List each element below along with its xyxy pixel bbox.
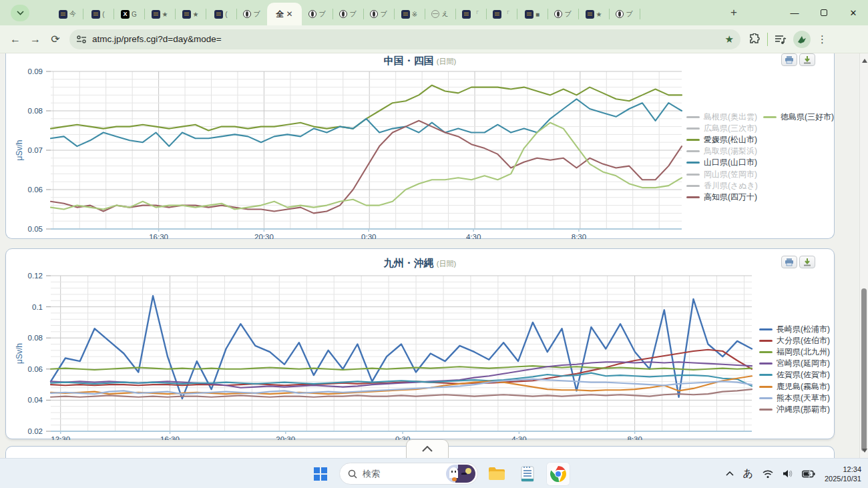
taskbar: 検索 あ (0, 458, 868, 488)
site-favicon (462, 10, 471, 19)
chrome-button[interactable] (546, 462, 570, 486)
legend-item[interactable]: 鳥取県(湯梨浜) (686, 146, 757, 157)
legend-item[interactable]: 熊本県(天草市) (759, 393, 830, 403)
browser-tab[interactable]: ( (83, 3, 114, 25)
browser-tab-active[interactable]: 全✕ (267, 3, 302, 25)
browser-tab[interactable]: ■ (517, 3, 548, 25)
legend-swatch (759, 340, 773, 342)
legend-item[interactable]: 大分県(佐伯市) (759, 335, 830, 346)
browser-tab[interactable]: ★ (175, 3, 206, 25)
legend-label: 佐賀県(佐賀市) (777, 369, 830, 381)
url-bar[interactable]: atmc.jp/prefs.cgi?d=day&mode= ★ (69, 29, 740, 49)
reload-button[interactable]: ⟳ (45, 29, 65, 49)
browser-tab[interactable]: ※ (394, 3, 425, 25)
legend-item[interactable]: 福岡県(北九州) (759, 346, 830, 357)
tray-date: 2025/10/31 (825, 474, 861, 483)
browser-tab[interactable]: ★ (578, 3, 609, 25)
volume-icon[interactable] (783, 469, 793, 478)
tab-title: ブ (318, 9, 325, 19)
scroll-top-button[interactable] (406, 439, 449, 458)
legend-swatch (686, 128, 700, 130)
browser-tab[interactable]: 「 (455, 3, 486, 25)
legend-swatch (686, 116, 700, 118)
browser-tab[interactable]: XG (114, 3, 144, 25)
minimize-button[interactable]: — (780, 0, 809, 25)
tray-clock[interactable]: 12:34 2025/10/31 (825, 465, 861, 483)
globe-favicon (431, 10, 439, 18)
battery-icon[interactable] (802, 470, 815, 478)
legend-item[interactable]: 岡山県(笠岡市) (686, 169, 757, 180)
legend-item[interactable]: 鹿児島(霧島市) (759, 381, 830, 392)
x-logo-favicon: X (121, 10, 130, 19)
legend-swatch (759, 386, 773, 388)
tray-chevron-up-icon[interactable] (726, 471, 734, 476)
taskbar-search-box[interactable]: 検索 (339, 463, 478, 485)
tab-title: ※ (412, 11, 417, 18)
start-button[interactable] (308, 462, 333, 486)
avatar-bird-icon (796, 33, 808, 45)
legend-item[interactable]: 徳島県(三好市) (763, 111, 834, 122)
legend-item[interactable]: 愛媛県(松山市) (686, 134, 757, 145)
browser-tab[interactable]: 今 (52, 3, 83, 25)
scrollbar-thumb[interactable] (861, 288, 867, 451)
legend-swatch (759, 328, 773, 330)
windows-logo-icon (314, 467, 327, 481)
forward-button[interactable]: → (25, 29, 45, 49)
scrollbar-down-arrow[interactable] (862, 449, 867, 453)
legend-item[interactable]: 宮崎県(延岡市) (759, 358, 830, 369)
site-favicon (91, 10, 100, 19)
extensions-icon[interactable] (748, 33, 761, 45)
legend-item[interactable]: 沖縄県(那覇市) (759, 404, 830, 415)
profile-avatar[interactable] (793, 31, 811, 48)
page-scrollbar[interactable] (859, 53, 868, 458)
back-button[interactable]: ← (5, 29, 25, 49)
toolbar-right: ⋮ (748, 31, 827, 48)
legend-item[interactable]: 島根県(奥出雲) (686, 111, 757, 122)
legend-item[interactable]: 長崎県(松浦市) (759, 324, 830, 334)
browser-tab[interactable]: ブ (363, 3, 394, 25)
browser-tab[interactable]: 「 (486, 3, 517, 25)
file-explorer-button[interactable] (485, 462, 509, 486)
notepad-button[interactable] (515, 462, 539, 486)
legend-label: 大分県(佐伯市) (777, 335, 830, 346)
bookmark-star-icon[interactable]: ★ (725, 33, 734, 45)
browser-tab[interactable]: ブ (333, 3, 363, 25)
legend-swatch (759, 374, 773, 376)
browser-tab[interactable]: ブ (609, 3, 640, 25)
legend-swatch (686, 185, 700, 187)
new-tab-button[interactable]: + (725, 4, 742, 21)
tab-search-button[interactable] (11, 5, 29, 21)
maximize-icon (821, 9, 827, 16)
site-info-icon[interactable] (76, 35, 87, 44)
chevron-down-icon (17, 11, 24, 15)
browser-tab[interactable]: ( (206, 3, 236, 25)
legend-item[interactable]: 山口県(山口市) (686, 158, 757, 168)
browser-tab[interactable]: ブ (548, 3, 578, 25)
media-controls-icon[interactable] (775, 34, 787, 45)
legend-item[interactable]: 高知県(四万十) (686, 192, 757, 202)
close-button[interactable]: ✕ (839, 0, 868, 25)
chrome-icon (550, 465, 567, 483)
browser-tab[interactable]: ★ (144, 3, 175, 25)
browser-tab[interactable]: ブ (236, 3, 267, 25)
legend-item[interactable]: 香川県(さぬき) (686, 180, 758, 191)
legend-item[interactable]: 広島県(三次市) (686, 123, 757, 134)
search-highlight-image[interactable] (446, 465, 475, 483)
tab-title: ★ (596, 11, 602, 18)
browser-tab[interactable]: え (425, 3, 455, 25)
maximize-button[interactable] (809, 0, 839, 25)
tab-title: ブ (253, 9, 260, 19)
legend-item[interactable]: 佐賀県(佐賀市) (759, 370, 830, 381)
scrollbar-up-arrow[interactable] (862, 59, 867, 63)
site-favicon (182, 10, 191, 19)
wifi-icon[interactable] (763, 470, 773, 478)
ime-indicator[interactable]: あ (743, 467, 753, 480)
legend-label: 長崎県(松浦市) (777, 324, 830, 335)
browser-tab[interactable]: ブ (302, 3, 333, 25)
legend-label: 福岡県(北九州) (777, 346, 830, 358)
tab-title: ブ (380, 9, 387, 19)
site-favicon (59, 10, 67, 19)
tab-close-icon[interactable]: ✕ (286, 9, 292, 19)
browser-menu-icon[interactable]: ⋮ (817, 33, 827, 45)
tab-title: 今 (69, 9, 76, 19)
